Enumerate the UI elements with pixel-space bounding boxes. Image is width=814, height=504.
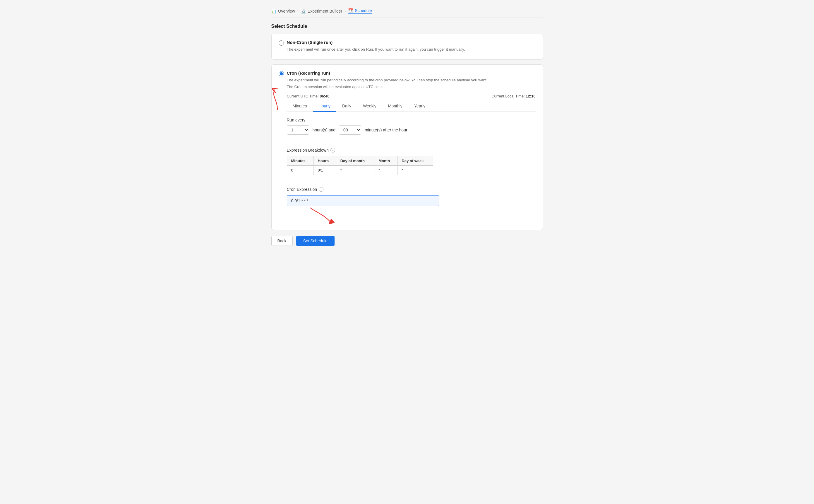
- cron-card: Cron (Recurring run) The experiment will…: [271, 64, 543, 230]
- utc-time: Current UTC Time: 06:40: [287, 94, 330, 98]
- col-day-of-month: Day of month: [336, 156, 374, 165]
- breadcrumb-schedule[interactable]: 📅 Schedule: [348, 8, 372, 14]
- tab-yearly[interactable]: Yearly: [408, 101, 431, 112]
- breadcrumb: 📊 Overview › 🔬 Experiment Builder › 📅 Sc…: [271, 5, 543, 18]
- val-day-of-week: *: [397, 165, 433, 175]
- expression-breakdown-section: Expression Breakdown i Minutes Hours Day…: [287, 148, 536, 175]
- arrow-annotation-down-wrapper: [287, 206, 536, 224]
- button-row: Back Set Schedule: [271, 236, 543, 246]
- divider-1: [287, 142, 536, 142]
- col-hours: Hours: [313, 156, 336, 165]
- divider-2: [287, 181, 536, 181]
- breadcrumb-sep-1: ›: [297, 9, 299, 13]
- arrow-annotation-down: [304, 206, 340, 224]
- breadcrumb-experiment-label: Experiment Builder: [308, 9, 342, 13]
- tab-hourly[interactable]: Hourly: [313, 101, 336, 112]
- cron-expression-input[interactable]: [287, 195, 439, 206]
- expression-breakdown-info-icon[interactable]: i: [330, 148, 335, 152]
- back-button[interactable]: Back: [271, 236, 293, 246]
- cron-expression-label: Cron Expression i: [287, 187, 536, 192]
- breadcrumb-overview[interactable]: 📊 Overview: [271, 9, 295, 13]
- page-title: Select Schedule: [271, 24, 543, 29]
- cron-expression-section: Cron Expression i: [287, 187, 536, 206]
- val-hours: 0/1: [313, 165, 336, 175]
- run-every-label: Run every: [287, 118, 536, 122]
- table-row: 0 0/1 * * *: [287, 165, 433, 175]
- time-info: Current UTC Time: 06:40 Current Local Ti…: [287, 94, 536, 98]
- tab-weekly[interactable]: Weekly: [357, 101, 382, 112]
- cron-expression-info-icon[interactable]: i: [319, 187, 323, 192]
- cron-label: Cron (Recurring run): [287, 71, 536, 76]
- expression-breakdown-label: Expression Breakdown i: [287, 148, 536, 152]
- non-cron-label: Non-Cron (Single run): [287, 40, 465, 45]
- run-every-section: Run every 1 2 3 4 6 8 12 hours(s) and: [287, 118, 536, 135]
- set-schedule-button[interactable]: Set Schedule: [296, 236, 335, 246]
- val-month: *: [374, 165, 397, 175]
- cron-description2: The Cron expression will be evaluated ag…: [287, 84, 536, 90]
- val-day-of-month: *: [336, 165, 374, 175]
- hours-text: hours(s) and: [313, 128, 336, 132]
- col-day-of-week: Day of week: [397, 156, 433, 165]
- expression-table: Minutes Hours Day of month Month Day of …: [287, 156, 433, 175]
- col-minutes: Minutes: [287, 156, 313, 165]
- col-month: Month: [374, 156, 397, 165]
- tab-daily[interactable]: Daily: [336, 101, 357, 112]
- overview-icon: 📊: [271, 9, 276, 13]
- cron-option[interactable]: Cron (Recurring run) The experiment will…: [279, 71, 536, 224]
- minutes-text: minute(s) after the hour: [365, 128, 407, 132]
- schedule-icon: 📅: [348, 8, 353, 13]
- breadcrumb-experiment-builder[interactable]: 🔬 Experiment Builder: [301, 9, 342, 13]
- schedule-tabs: Minutes Hourly Daily Weekly Monthly Year…: [287, 101, 536, 112]
- cron-radio[interactable]: [279, 71, 284, 76]
- local-time: Current Local Time: 12:10: [491, 94, 535, 98]
- non-cron-radio[interactable]: [279, 40, 284, 46]
- run-every-controls: 1 2 3 4 6 8 12 hours(s) and 00 05 10: [287, 125, 536, 135]
- minutes-select[interactable]: 00 05 10 15 20 30 45: [339, 125, 361, 135]
- tab-minutes[interactable]: Minutes: [287, 101, 313, 112]
- experiment-icon: 🔬: [301, 9, 306, 13]
- tab-monthly[interactable]: Monthly: [382, 101, 408, 112]
- breadcrumb-sep-2: ›: [345, 9, 346, 13]
- breadcrumb-overview-label: Overview: [278, 9, 295, 13]
- breadcrumb-schedule-label: Schedule: [355, 8, 372, 13]
- non-cron-option[interactable]: Non-Cron (Single run) The experiment wil…: [279, 40, 536, 54]
- non-cron-card: Non-Cron (Single run) The experiment wil…: [271, 34, 543, 60]
- non-cron-description: The experiment will run once after you c…: [287, 47, 465, 52]
- cron-description1: The experiment will run periodically acc…: [287, 77, 536, 83]
- val-minutes: 0: [287, 165, 313, 175]
- hours-select[interactable]: 1 2 3 4 6 8 12: [287, 125, 309, 135]
